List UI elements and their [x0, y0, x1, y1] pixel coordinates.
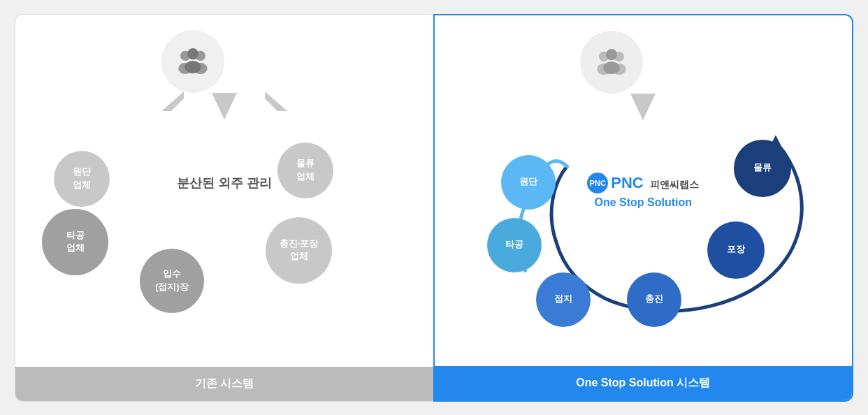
- svg-marker-7: [161, 92, 184, 111]
- left-circle-chungjin: 충진·포장업체: [266, 217, 332, 284]
- right-panel: PNC PNC 피앤씨랩스 One Stop Solution 원단 타공: [433, 14, 854, 402]
- main-container: 분산된 외주 관리 원단업체 타공업체 입수(접지)장 물류업체 충진·포장업체: [15, 14, 853, 402]
- right-footer: One Stop Solution 시스템: [435, 366, 853, 400]
- right-circle-jupji: 접지: [536, 272, 591, 327]
- left-content: 분산된 외주 관리 원단업체 타공업체 입수(접지)장 물류업체 충진·포장업체: [15, 15, 433, 367]
- left-center-label: 분산된 외주 관리: [177, 175, 272, 191]
- arrow-diag-left: [161, 92, 184, 114]
- arrow-down-left: [212, 93, 237, 122]
- left-footer: 기존 시스템: [15, 367, 433, 401]
- left-panel: 분산된 외주 관리 원단업체 타공업체 입수(접지)장 물류업체 충진·포장업체: [15, 14, 433, 402]
- right-circle-tagong: 타공: [487, 218, 542, 272]
- left-person-icon: [161, 30, 224, 93]
- arrow-down-right: [630, 94, 656, 123]
- arrow-diag-right: [265, 92, 287, 114]
- svg-point-14: [604, 61, 620, 74]
- right-circle-chungjin: 충진: [627, 272, 681, 327]
- svg-marker-8: [265, 92, 287, 111]
- svg-point-5: [185, 61, 201, 73]
- pnc-badge: PNC: [587, 173, 608, 194]
- pnc-logo: PNC PNC 피앤씨랩스 One Stop Solution: [587, 173, 699, 209]
- right-people-icon: [593, 43, 630, 81]
- right-circle-mulyu: 물류: [734, 140, 791, 197]
- right-person-icon: [580, 31, 643, 94]
- svg-marker-6: [212, 93, 237, 119]
- right-circle-wandan: 원단: [501, 155, 556, 210]
- left-circle-wandan: 원단업체: [54, 151, 110, 207]
- people-icon: [174, 43, 212, 80]
- left-circle-tagong: 타공업체: [42, 209, 108, 275]
- left-circle-mulyu: 물류업체: [277, 143, 333, 198]
- left-circle-ipsu: 입수(접지)장: [140, 249, 204, 313]
- svg-point-4: [187, 48, 198, 59]
- pnc-korean: 피앤씨랩스: [650, 179, 699, 190]
- svg-point-13: [606, 49, 617, 60]
- right-content: PNC PNC 피앤씨랩스 One Stop Solution 원단 타공: [435, 15, 853, 366]
- pnc-subtitle: One Stop Solution: [587, 196, 699, 209]
- pnc-title: PNC PNC 피앤씨랩스: [587, 173, 699, 194]
- svg-marker-15: [630, 94, 656, 120]
- pnc-text-label: PNC 피앤씨랩스: [611, 174, 699, 192]
- right-circle-packaging: 포장: [707, 221, 765, 279]
